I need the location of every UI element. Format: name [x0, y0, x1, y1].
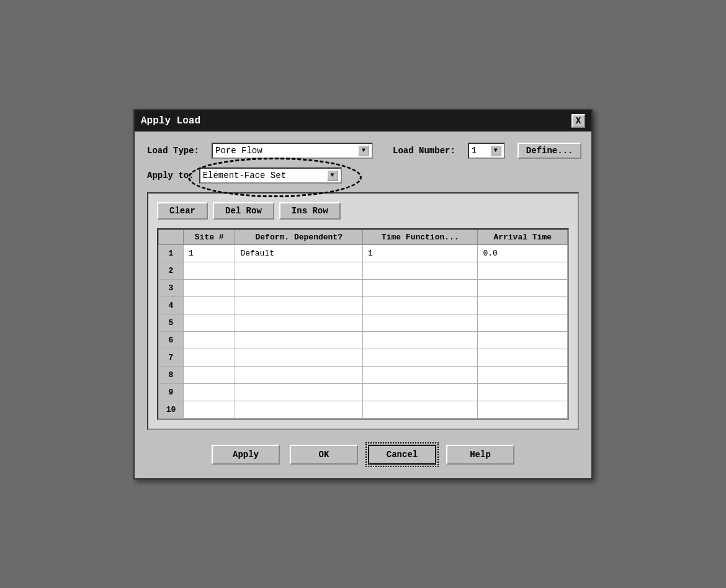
apply-to-row: Apply to: Element-Face Set ▼: [147, 167, 579, 184]
data-table: Site # Deform. Dependent? Time Function.…: [158, 229, 568, 419]
load-type-value: Pore Flow: [215, 146, 357, 156]
table-header-row: Site # Deform. Dependent? Time Function.…: [159, 229, 568, 244]
load-type-label: Load Type:: [147, 146, 199, 156]
row-num-cell: 7: [159, 349, 184, 366]
deform-cell[interactable]: [235, 314, 363, 331]
apply-to-select[interactable]: Element-Face Set ▼: [199, 167, 342, 184]
time-func-cell[interactable]: [363, 279, 478, 296]
load-number-select[interactable]: 1 ▼: [468, 143, 505, 159]
table-row[interactable]: 10: [159, 401, 568, 418]
row-num-cell: 2: [159, 262, 184, 279]
load-number-value: 1: [472, 146, 489, 156]
table-row[interactable]: 11Default10.0: [159, 244, 568, 262]
arrival-cell[interactable]: [478, 366, 568, 383]
table-row[interactable]: 9: [159, 383, 568, 401]
load-type-dropdown-arrow[interactable]: ▼: [358, 145, 369, 156]
arrival-cell[interactable]: [478, 401, 568, 418]
load-number-dropdown-arrow[interactable]: ▼: [490, 145, 501, 156]
time-func-cell[interactable]: [363, 262, 478, 279]
table-row[interactable]: 4: [159, 296, 568, 314]
row-num-cell: 10: [159, 401, 184, 418]
col-header-time-func: Time Function...: [363, 229, 478, 244]
dashed-oval-wrapper: Element-Face Set ▼: [199, 167, 342, 184]
apply-button[interactable]: Apply: [212, 445, 280, 465]
arrival-cell[interactable]: [478, 314, 568, 331]
data-panel: Clear Del Row Ins Row Site # Deform. Dep…: [147, 192, 579, 430]
site-cell[interactable]: [184, 401, 235, 418]
deform-cell[interactable]: [235, 262, 363, 279]
define-button[interactable]: Define...: [518, 143, 582, 159]
row-num-cell: 9: [159, 383, 184, 401]
time-func-cell[interactable]: [363, 296, 478, 314]
row-num-cell: 5: [159, 314, 184, 331]
title-bar: Apply Load X: [135, 110, 591, 131]
table-row[interactable]: 7: [159, 349, 568, 366]
arrival-cell[interactable]: [478, 383, 568, 401]
deform-cell[interactable]: [235, 349, 363, 366]
time-func-cell[interactable]: [363, 349, 478, 366]
arrival-cell[interactable]: [478, 296, 568, 314]
deform-cell[interactable]: [235, 401, 363, 418]
table-row[interactable]: 6: [159, 331, 568, 349]
ins-row-button[interactable]: Ins Row: [279, 202, 341, 220]
help-button[interactable]: Help: [446, 445, 514, 465]
col-header-empty: [159, 229, 184, 244]
time-func-cell[interactable]: [363, 366, 478, 383]
dialog-body: Load Type: Pore Flow ▼ Load Number: 1 ▼ …: [135, 131, 591, 478]
ok-button[interactable]: OK: [290, 445, 358, 465]
apply-to-dropdown-arrow[interactable]: ▼: [327, 170, 338, 181]
deform-cell[interactable]: [235, 296, 363, 314]
table-row[interactable]: 8: [159, 366, 568, 383]
time-func-cell[interactable]: [363, 314, 478, 331]
arrival-cell[interactable]: 0.0: [478, 244, 568, 262]
close-button[interactable]: X: [571, 114, 585, 128]
arrival-cell[interactable]: [478, 262, 568, 279]
del-row-button[interactable]: Del Row: [213, 202, 274, 220]
site-cell[interactable]: [184, 262, 235, 279]
load-type-row: Load Type: Pore Flow ▼ Load Number: 1 ▼ …: [147, 143, 579, 159]
deform-cell[interactable]: [235, 279, 363, 296]
site-cell[interactable]: [184, 366, 235, 383]
row-num-cell: 6: [159, 331, 184, 349]
site-cell[interactable]: [184, 383, 235, 401]
site-cell[interactable]: [184, 279, 235, 296]
deform-cell[interactable]: [235, 366, 363, 383]
site-cell[interactable]: [184, 296, 235, 314]
arrival-cell[interactable]: [478, 331, 568, 349]
site-cell[interactable]: [184, 331, 235, 349]
col-header-deform: Deform. Dependent?: [235, 229, 363, 244]
table-row[interactable]: 2: [159, 262, 568, 279]
row-num-cell: 1: [159, 244, 184, 262]
apply-to-value: Element-Face Set: [203, 171, 326, 180]
row-num-cell: 4: [159, 296, 184, 314]
arrival-cell[interactable]: [478, 349, 568, 366]
arrival-cell[interactable]: [478, 279, 568, 296]
site-cell[interactable]: [184, 349, 235, 366]
col-header-site: Site #: [184, 229, 235, 244]
clear-button[interactable]: Clear: [157, 202, 208, 220]
time-func-cell[interactable]: 1: [363, 244, 478, 262]
site-cell[interactable]: 1: [184, 244, 235, 262]
table-row[interactable]: 5: [159, 314, 568, 331]
deform-cell[interactable]: [235, 331, 363, 349]
row-num-cell: 3: [159, 279, 184, 296]
row-num-cell: 8: [159, 366, 184, 383]
data-table-wrapper: Site # Deform. Dependent? Time Function.…: [157, 228, 569, 420]
deform-cell[interactable]: Default: [235, 244, 363, 262]
apply-load-dialog: Apply Load X Load Type: Pore Flow ▼ Load…: [133, 109, 593, 479]
time-func-cell[interactable]: [363, 383, 478, 401]
table-row[interactable]: 3: [159, 279, 568, 296]
cancel-button[interactable]: Cancel: [368, 445, 436, 465]
footer-buttons: Apply OK Cancel Help: [147, 440, 579, 468]
load-type-select[interactable]: Pore Flow ▼: [212, 143, 373, 159]
toolbar-button-row: Clear Del Row Ins Row: [157, 202, 569, 220]
site-cell[interactable]: [184, 314, 235, 331]
deform-cell[interactable]: [235, 383, 363, 401]
load-number-label: Load Number:: [393, 146, 455, 156]
col-header-arrival: Arrival Time: [478, 229, 568, 244]
apply-to-label: Apply to:: [147, 171, 194, 180]
time-func-cell[interactable]: [363, 331, 478, 349]
time-func-cell[interactable]: [363, 401, 478, 418]
dialog-title: Apply Load: [141, 115, 200, 127]
